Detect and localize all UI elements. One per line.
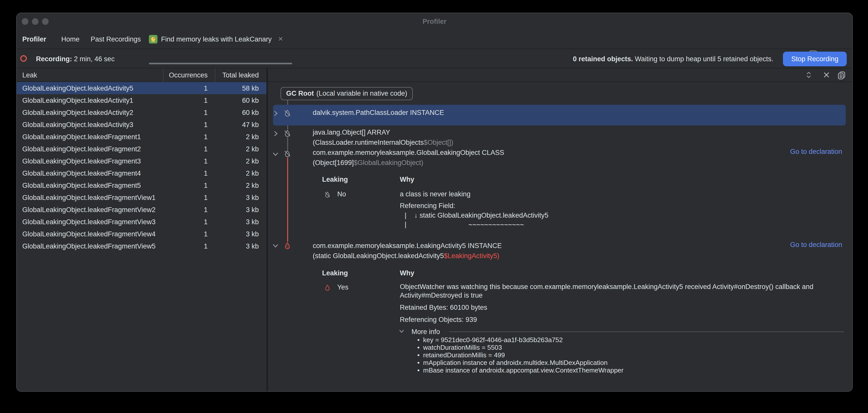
gc-root-detail: (Local variable in native code) (316, 90, 407, 97)
tree-node-title[interactable]: dalvik.system.PathClassLoader INSTANCE (313, 107, 444, 117)
screen: Profiler Profiler Home Past Recordings F… (0, 0, 868, 413)
referencing-field-label: Referencing Field: (400, 201, 455, 211)
recording-time: 2 min, 46 sec (74, 55, 115, 63)
window-title: Profiler (17, 13, 852, 29)
table-row[interactable]: GlobalLeakingObject.leakedFragmentView11… (17, 191, 267, 203)
recording-status: Recording: 2 min, 46 sec (36, 54, 115, 64)
tool-window-label: Profiler (22, 29, 46, 49)
stop-recording-button[interactable]: Stop Recording (783, 51, 846, 66)
ref-field-pipe: | (405, 220, 406, 229)
tab-label: Find memory leaks with LeakCanary (161, 34, 272, 44)
tree-node-title[interactable]: com.example.memoryleaksample.LeakingActi… (313, 241, 502, 250)
leakcanary-icon (149, 35, 157, 43)
table-row[interactable]: GlobalLeakingObject.leakedFragment512 kb (17, 179, 267, 191)
close-panel-icon[interactable] (822, 70, 831, 80)
expand-collapse-all-icon[interactable] (804, 70, 813, 80)
tree-node-subtitle: (static GlobalLeakingObject.leakedActivi… (313, 251, 499, 260)
recording-label: Recording: (36, 55, 72, 63)
column-header-total-leaked[interactable]: Total leaked (211, 70, 259, 80)
bullet-dot: • (417, 358, 420, 366)
tab-bar: Profiler Home Past Recordings Find memor… (17, 29, 852, 49)
retained-message: Waiting to dump heap until 5 retained ob… (635, 55, 773, 63)
gc-root-label: GC Root (286, 90, 314, 97)
table-row[interactable]: GlobalLeakingObject.leakedFragment312 kb (17, 155, 267, 167)
no-leak-icon (284, 130, 291, 137)
tab-past-recordings[interactable]: Past Recordings (91, 29, 141, 49)
more-info-item: mBase instance of androidx.appcompat.vie… (423, 366, 624, 374)
chevron-right-icon[interactable] (272, 109, 280, 117)
table-row[interactable]: GlobalLeakingObject.leakedActivity1160 k… (17, 94, 267, 106)
table-row[interactable]: GlobalLeakingObject.leakedFragmentView21… (17, 203, 267, 216)
referencing-field-line: ↓ static GlobalLeakingObject.leakedActiv… (414, 210, 549, 220)
no-leak-icon (324, 191, 331, 200)
table-row[interactable]: GlobalLeakingObject.leakedFragmentView51… (17, 240, 267, 252)
tree-node-subtitle: (Object[1699]$GlobalLeakingObject) (313, 158, 423, 167)
bullet-dot: • (417, 366, 420, 374)
tab-home[interactable]: Home (61, 29, 80, 49)
table-row[interactable]: GlobalLeakingObject.leakedFragment112 kb (17, 131, 267, 143)
referencing-objects: Referencing Objects: 939 (400, 315, 477, 324)
tab-close-icon[interactable]: × (278, 35, 283, 43)
more-info-toggle[interactable]: More info (411, 327, 440, 336)
leak-detail-panel: GC Root (Local variable in native code) … (268, 68, 852, 391)
more-info-item: watchDurationMillis = 5503 (423, 344, 502, 351)
bullet-dot: • (417, 336, 420, 343)
leak-table: Leak Occurrences Total leaked GlobalLeak… (17, 68, 267, 391)
chevron-down-icon[interactable] (272, 150, 280, 158)
retained-objects-status: 0 retained objects. Waiting to dump heap… (573, 54, 773, 64)
leaking-column-header: Leaking (322, 174, 348, 184)
chevron-right-icon[interactable] (272, 129, 280, 137)
title-bar: Profiler (17, 13, 852, 29)
detail-panel-header (268, 68, 852, 82)
column-divider (163, 68, 163, 82)
no-leak-icon (284, 150, 291, 157)
profiler-window: Profiler Profiler Home Past Recordings F… (16, 13, 853, 392)
leak-path-line (287, 157, 288, 242)
tree-node-title[interactable]: java.lang.Object[] ARRAY (313, 127, 390, 137)
why-column-header: Why (400, 268, 414, 278)
go-to-declaration-link[interactable]: Go to declaration (790, 241, 842, 248)
ref-field-pipe: | (405, 210, 406, 220)
no-leak-icon (284, 109, 291, 117)
why-text: ObjectWatcher was watching this because … (400, 283, 845, 299)
more-info-item: retainedDurationMillis = 499 (423, 351, 505, 359)
copy-icon[interactable] (837, 70, 846, 80)
leaking-value: Yes (337, 282, 348, 292)
tree-line (287, 137, 288, 150)
table-row[interactable]: GlobalLeakingObject.leakedActivity5158 k… (17, 82, 267, 94)
tree-node-title[interactable]: com.example.memoryleaksample.GlobalLeaki… (313, 148, 504, 157)
recording-toolbar: Recording: 2 min, 46 sec 0 retained obje… (17, 49, 852, 68)
leak-icon (324, 284, 331, 293)
tree-node-subtitle: (ClassLoader.runtimeInternalObjects$Obje… (313, 137, 453, 147)
table-row[interactable]: GlobalLeakingObject.leakedActivity3147 k… (17, 119, 267, 131)
bullet-dot: • (417, 344, 420, 351)
recording-indicator-icon (20, 55, 27, 62)
more-info-item: mApplication instance of androidx.multid… (423, 358, 608, 366)
leak-table-rows: GlobalLeakingObject.leakedActivity5158 k… (17, 82, 267, 252)
go-to-declaration-link[interactable]: Go to declaration (790, 148, 842, 155)
leaking-value: No (337, 189, 346, 199)
why-column-header: Why (400, 174, 414, 184)
referencing-field-underline: ~~~~~~~~~~~~~~ (468, 220, 524, 229)
table-row[interactable]: GlobalLeakingObject.leakedFragment212 kb (17, 143, 267, 155)
retained-count: 0 retained objects. (573, 55, 633, 63)
table-row[interactable]: GlobalLeakingObject.leakedFragment412 kb (17, 167, 267, 179)
more-info-chevron-icon[interactable] (398, 327, 406, 336)
gc-root-badge: GC Root (Local variable in native code) (281, 87, 413, 100)
leaking-column-header: Leaking (322, 268, 348, 278)
more-info-item: key = 9521dec0-962f-4046-aa1f-b3d5b263a7… (423, 336, 563, 343)
table-row[interactable]: GlobalLeakingObject.leakedFragmentView41… (17, 228, 267, 240)
bullet-dot: • (417, 351, 420, 359)
column-divider (215, 68, 215, 82)
why-text: a class is never leaking (400, 189, 470, 199)
column-header-leak[interactable]: Leak (17, 70, 157, 80)
more-info-rule (449, 331, 844, 332)
column-header-occurrences[interactable]: Occurrences (157, 70, 211, 80)
table-row[interactable]: GlobalLeakingObject.leakedActivity2160 k… (17, 106, 267, 119)
retained-bytes: Retained Bytes: 60100 bytes (400, 303, 487, 312)
leak-table-header: Leak Occurrences Total leaked (17, 68, 267, 82)
tab-find-memory-leaks[interactable]: Find memory leaks with LeakCanary × (149, 29, 283, 49)
table-row[interactable]: GlobalLeakingObject.leakedFragmentView31… (17, 216, 267, 228)
leak-icon (284, 242, 291, 249)
chevron-down-icon[interactable] (272, 242, 280, 250)
